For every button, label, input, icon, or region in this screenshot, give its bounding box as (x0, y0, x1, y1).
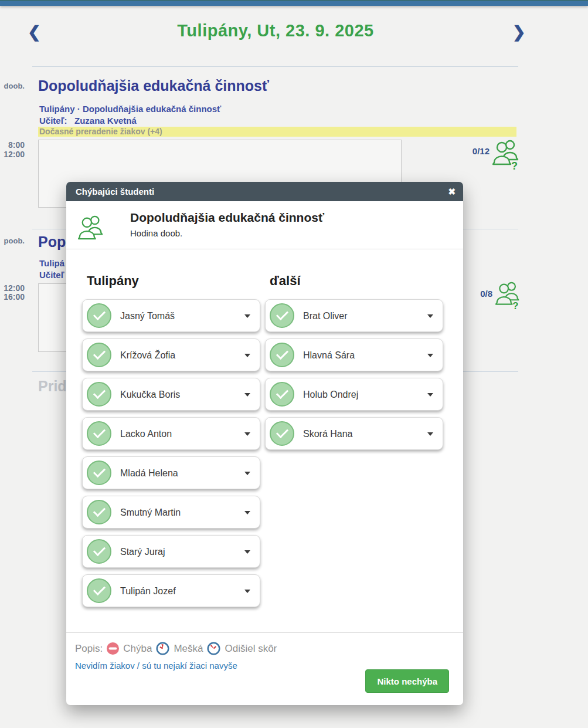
close-icon[interactable]: ✖ (448, 182, 456, 201)
chevron-down-icon[interactable] (244, 393, 250, 397)
period-label-afternoon: poob. (0, 236, 25, 245)
teacher-name: Zuzana Kvetná (74, 116, 137, 126)
people-icon (78, 214, 105, 242)
student-row[interactable]: Tulipán Jozef (82, 574, 260, 607)
student-name: Starý Juraj (120, 536, 165, 568)
student-row[interactable]: Jasný Tomáš (82, 299, 260, 332)
divider (66, 249, 463, 249)
attendance-people-icon-afternoon[interactable]: ? (495, 280, 521, 312)
teacher-label: Učiteľ: (39, 116, 67, 126)
chevron-down-icon[interactable] (244, 550, 250, 554)
present-check-icon[interactable] (87, 500, 111, 524)
present-check-icon[interactable] (87, 578, 111, 603)
attendance-count-afternoon: 0/8 (458, 289, 492, 299)
legend-absent-label: Chýba (123, 643, 152, 655)
legend-left-early-label: Odišiel skôr (225, 643, 277, 655)
student-name: Skorá Hana (303, 418, 353, 450)
student-row[interactable]: Smutný Martin (82, 496, 260, 529)
student-row[interactable]: Holub Ondrej (265, 378, 443, 411)
lesson-title-morning[interactable]: Dopoludňajšia edukačná činnosť (38, 77, 269, 94)
chevron-down-icon[interactable] (427, 432, 433, 436)
teacher-row-afternoon: Učiteľ (39, 270, 64, 280)
add-lesson-label[interactable]: Prid (38, 378, 67, 395)
attendance-people-icon-morning[interactable]: ? (492, 138, 521, 172)
legend: Popis: Chýba Mešká Odišiel skôr (75, 641, 277, 656)
divider (66, 632, 463, 633)
time-from-afternoon: 12:00 (0, 283, 25, 293)
lesson-breadcrumb-afternoon: Tulipá (39, 258, 64, 268)
student-name: Smutný Martin (120, 496, 181, 529)
chevron-down-icon[interactable] (244, 314, 250, 318)
present-check-icon[interactable] (270, 421, 294, 446)
missing-students-modal: Chýbajúci študenti ✖ Dopoludňajšia eduka… (66, 182, 463, 705)
modal-lesson-title: Dopoludňajšia edukačná činnosť (130, 211, 324, 225)
late-clock-icon (155, 641, 170, 656)
present-check-icon[interactable] (87, 539, 111, 564)
group-header-tulipany: Tulipány (87, 273, 139, 289)
time-from-morning: 8:00 (0, 140, 25, 150)
time-to-morning: 12:00 (0, 150, 25, 159)
svg-text:?: ? (512, 300, 518, 310)
temporary-reassignment-notice[interactable]: Dočasné preradenie žiakov (+4) (38, 127, 516, 137)
student-name: Kukučka Boris (120, 378, 180, 411)
student-name: Krížová Žofia (120, 339, 175, 371)
student-row[interactable]: Hlavná Sára (265, 338, 443, 371)
missing-extra-students-link[interactable]: Nevidím žiakov / sú tu nejakí žiaci navy… (75, 661, 237, 671)
lesson-breadcrumb-morning: Tulipány · Dopoludňajšia edukačná činnos… (39, 104, 221, 114)
next-day-button[interactable]: ❯ (512, 23, 526, 41)
student-row[interactable]: Kukučka Boris (82, 378, 260, 411)
present-check-icon[interactable] (270, 382, 294, 407)
top-bar (0, 0, 588, 6)
student-row[interactable]: Skorá Hana (265, 417, 443, 450)
modal-header: Chýbajúci študenti ✖ (66, 182, 463, 201)
chevron-down-icon[interactable] (427, 354, 433, 357)
modal-lesson-subtitle: Hodina doob. (130, 228, 182, 238)
present-check-icon[interactable] (87, 303, 111, 328)
help-question-mark: ? (511, 160, 518, 170)
nobody-missing-button[interactable]: Nikto nechýba (365, 669, 449, 693)
student-row[interactable]: Lacko Anton (82, 417, 260, 450)
attendance-count-morning: 0/12 (451, 146, 490, 156)
left-early-clock-icon (206, 641, 221, 656)
present-check-icon[interactable] (270, 343, 294, 367)
student-row[interactable]: Krížová Žofia (82, 338, 260, 371)
chevron-down-icon[interactable] (244, 590, 250, 593)
present-check-icon[interactable] (87, 382, 111, 407)
present-check-icon[interactable] (87, 460, 111, 485)
present-check-icon[interactable] (87, 421, 111, 446)
absent-icon (106, 642, 120, 655)
present-check-icon[interactable] (270, 303, 294, 328)
student-name: Hlavná Sára (303, 339, 355, 371)
student-name: Jasný Tomáš (120, 300, 175, 332)
group-header-dalsi: ďalší (270, 273, 301, 289)
student-name: Tulipán Jozef (120, 575, 176, 607)
chevron-down-icon[interactable] (244, 511, 250, 514)
student-name: Brat Oliver (303, 300, 348, 332)
teacher-row-morning: Učiteľ: Zuzana Kvetná (39, 116, 137, 126)
chevron-down-icon[interactable] (244, 354, 250, 357)
present-check-icon[interactable] (87, 343, 111, 367)
student-name: Mladá Helena (120, 457, 178, 489)
divider (32, 66, 518, 67)
student-name: Holub Ondrej (303, 378, 358, 411)
time-to-afternoon: 16:00 (0, 292, 25, 302)
lesson-title-afternoon[interactable]: Pop (38, 233, 66, 250)
student-row[interactable]: Starý Juraj (82, 535, 260, 568)
chevron-down-icon[interactable] (244, 432, 250, 436)
chevron-down-icon[interactable] (427, 314, 433, 318)
page-title: Tulipány, Ut, 23. 9. 2025 (0, 21, 551, 40)
student-row[interactable]: Mladá Helena (82, 456, 260, 489)
chevron-down-icon[interactable] (244, 472, 250, 475)
chevron-down-icon[interactable] (427, 393, 433, 397)
modal-title: Chýbajúci študenti (76, 182, 154, 201)
period-label-morning: doob. (0, 82, 25, 90)
student-row[interactable]: Brat Oliver (265, 299, 443, 332)
legend-late-label: Mešká (174, 643, 203, 655)
student-name: Lacko Anton (120, 418, 172, 450)
legend-label: Popis: (75, 643, 103, 655)
